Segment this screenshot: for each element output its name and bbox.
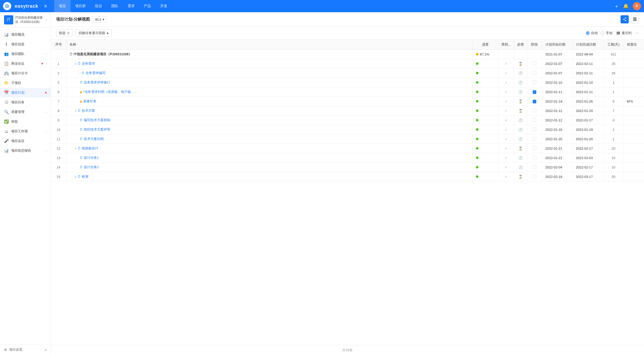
- page-actions: [621, 15, 639, 23]
- table-row: 2 › 🗒 业务需求编写 ✓ 🕐 2022-01-07: [51, 68, 644, 78]
- task-table: 序号 名称 进度 里程... 必需 阶段 计划开始日期 计划完成日期 工期(天)…: [51, 40, 644, 181]
- stage-checkbox: [533, 156, 536, 159]
- sidebar-project[interactable]: IT IT信息化系统建设项目（PJ20211228） ›: [0, 12, 51, 28]
- user-avatar[interactable]: F: [633, 2, 641, 10]
- subproject-icon: 📁: [4, 81, 9, 85]
- table-row: 5 🗒 业务需求评审修订 ✓ 🕐 2022-01-10 2022-01-: [51, 78, 644, 87]
- toolbar-left: 筛选 ▽ 切换任务显示层级 ▾: [56, 29, 112, 37]
- task-name-link[interactable]: 业务需求: [82, 61, 95, 66]
- nav-item-dev[interactable]: 开发: [156, 0, 172, 12]
- filter-button[interactable]: 筛选 ▽: [56, 29, 72, 37]
- milestone-icon: ◆: [80, 90, 82, 94]
- task-name-link[interactable]: 编写技术方案初稿: [84, 118, 110, 122]
- sidebar-settings[interactable]: ⚙ 项目设置 «: [0, 344, 51, 355]
- task-doc-icon: 🗒: [80, 137, 83, 141]
- plan-dot: [45, 92, 47, 93]
- sidebar-item-status-report[interactable]: 📊 项目状态报告 ›: [0, 146, 51, 155]
- project-icon: IT: [4, 15, 13, 24]
- layout-button[interactable]: [631, 15, 639, 23]
- task-name-link[interactable]: 检测: [82, 174, 88, 179]
- meeting-icon: 🎤: [4, 139, 9, 143]
- add-button[interactable]: ＋: [614, 3, 619, 10]
- sidebar-item-subproject[interactable]: 📁 子项目: [0, 78, 51, 88]
- check-icon: ✓: [505, 71, 508, 75]
- page-title: 项目计划-分解视图: [56, 17, 90, 22]
- svg-rect-9: [617, 32, 618, 35]
- check-icon: ✓: [505, 62, 508, 66]
- task-name-link[interactable]: 业务需求编写: [86, 71, 105, 75]
- task-doc-icon: 🗒: [78, 147, 81, 150]
- topnav: easytrack ≡ 项目 项目群 组合 团队 需求 产品 开发 ＋ 🔔 F: [0, 0, 644, 12]
- expand-icon[interactable]: ∨: [75, 109, 77, 112]
- share-button[interactable]: [621, 15, 629, 23]
- progress-dot: [476, 91, 478, 93]
- clock-icon: 🕐: [518, 71, 523, 75]
- expand-icon[interactable]: ›: [80, 72, 81, 75]
- filter-icon: ▽: [67, 31, 70, 35]
- display-columns-button[interactable]: 显示列: [616, 31, 632, 35]
- stage-checkbox: [533, 80, 536, 84]
- task-name-link[interactable]: 设计任务2: [84, 165, 99, 169]
- nav-item-requirement[interactable]: 需求: [123, 0, 139, 12]
- check-icon: ✓: [505, 109, 508, 113]
- workitem-icon: 🗂: [4, 129, 9, 134]
- sidebar-item-quality[interactable]: 🔍 质量管理 ›: [0, 107, 51, 117]
- col-name: 名称: [66, 40, 473, 50]
- task-table-wrapper[interactable]: 序号 名称 进度 里程... 必需 阶段 计划开始日期 计划完成日期 工期(天)…: [51, 40, 644, 345]
- sidebar-item-meeting[interactable]: 🎤 项目会议: [0, 136, 51, 146]
- task-name-link[interactable]: 技术方案归档: [84, 137, 104, 141]
- progress-dot: [476, 128, 478, 131]
- progress-dot: [476, 72, 478, 74]
- stage-checkbox: [533, 175, 536, 178]
- sidebar-item-team[interactable]: 👥 项目团队 ›: [0, 49, 51, 59]
- nav-item-team[interactable]: 团队: [107, 0, 123, 12]
- bl-select[interactable]: BL3 ▾: [93, 16, 107, 23]
- sidebar-collapse-icon[interactable]: «: [45, 348, 47, 352]
- progress-dot: [476, 119, 478, 121]
- task-name-link[interactable]: 电路板设计: [82, 146, 98, 151]
- nav-item-product[interactable]: 产品: [139, 0, 156, 12]
- expand-icon[interactable]: ∨: [75, 147, 77, 150]
- page-header: 项目计划-分解视图 BL3 ▾: [51, 12, 644, 27]
- root-start: 2021-01-07: [542, 50, 573, 59]
- sidebar-item-scorecard[interactable]: 📇 项目计分卡: [0, 68, 51, 78]
- expand-icon[interactable]: ∨: [75, 175, 77, 178]
- manual-radio[interactable]: 手动: [601, 31, 612, 35]
- more-options-button[interactable]: ···: [636, 31, 639, 35]
- sidebar-item-plan[interactable]: 📅 项目计划: [0, 88, 51, 97]
- notification-bell[interactable]: 🔔: [623, 3, 629, 9]
- root-mile: [498, 50, 514, 59]
- sidebar-item-overview[interactable]: 📊 项目概况: [0, 30, 51, 39]
- clock-icon: 🕐: [518, 165, 523, 169]
- sidebar-item-task[interactable]: ☑ 项目任务: [0, 97, 51, 107]
- sidebar-item-approval[interactable]: ✅ 审批: [0, 117, 51, 126]
- task-doc-icon: 🗒: [78, 175, 81, 178]
- project-root-row: 🗒 IT信息化系统建设项目（PJ20211228） 87.1%: [51, 50, 644, 59]
- task-doc-icon: 🗒: [78, 109, 81, 112]
- task-name-link[interactable]: *业务需求归档（纸质版、电子版、...: [83, 90, 137, 94]
- sidebar-item-info[interactable]: ℹ 项目信息: [0, 39, 51, 49]
- task-name-link[interactable]: 技术方案: [82, 108, 95, 113]
- task-name-link[interactable]: 新建任务: [83, 99, 97, 104]
- progress-dot: [476, 175, 478, 178]
- clock-icon: 🕐: [518, 118, 523, 122]
- nav-item-portfolio[interactable]: 组合: [90, 0, 107, 12]
- sidebar-item-business[interactable]: 📋 商业论证 ›: [0, 59, 51, 68]
- task-name-link[interactable]: 组织技术方案评审: [84, 127, 110, 132]
- sidebar-item-workitem[interactable]: 🗂 项目工作项 ›: [0, 126, 51, 136]
- nav-item-project[interactable]: 项目: [54, 0, 71, 12]
- auto-manual-group: 自动 手动: [586, 31, 612, 35]
- progress-dot: [476, 157, 478, 159]
- project-chevron-icon: ›: [46, 18, 47, 22]
- nav-item-program[interactable]: 项目群: [71, 0, 90, 12]
- task-doc-icon: 🗒: [80, 156, 83, 160]
- auto-radio[interactable]: 自动: [586, 31, 598, 35]
- clock-icon: 🕐: [518, 90, 523, 94]
- progress-dot: [476, 62, 478, 65]
- logo-area: easytrack: [3, 2, 38, 10]
- expand-icon[interactable]: ∨: [75, 62, 77, 65]
- hamburger-icon[interactable]: ≡: [42, 3, 49, 10]
- task-name-link[interactable]: 设计任务1: [84, 155, 99, 160]
- switch-level-button[interactable]: 切换任务显示层级 ▾: [75, 29, 112, 37]
- task-name-link[interactable]: 业务需求评审修订: [84, 80, 110, 85]
